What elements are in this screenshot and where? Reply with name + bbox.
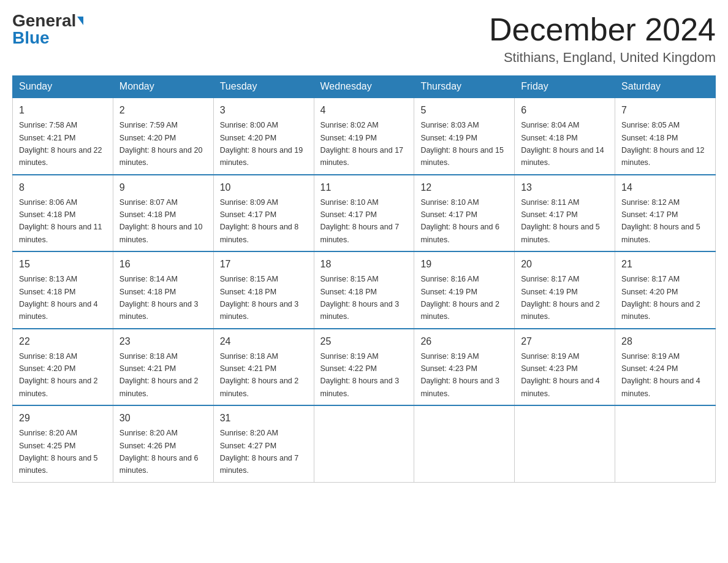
- day-number: 22: [19, 334, 107, 349]
- day-number: 26: [420, 334, 508, 349]
- col-tuesday: Tuesday: [213, 76, 314, 98]
- day-info: Sunrise: 8:16 AMSunset: 4:19 PMDaylight:…: [420, 275, 499, 321]
- day-info: Sunrise: 8:06 AMSunset: 4:18 PMDaylight:…: [19, 198, 102, 244]
- day-info: Sunrise: 8:19 AMSunset: 4:22 PMDaylight:…: [320, 352, 400, 398]
- calendar-week-row: 8 Sunrise: 8:06 AMSunset: 4:18 PMDayligh…: [13, 175, 716, 252]
- table-row: [515, 405, 615, 482]
- table-row: 15 Sunrise: 8:13 AMSunset: 4:18 PMDaylig…: [13, 251, 113, 329]
- col-sunday: Sunday: [13, 76, 113, 98]
- table-row: 9 Sunrise: 8:07 AMSunset: 4:18 PMDayligh…: [113, 175, 213, 252]
- table-row: 13 Sunrise: 8:11 AMSunset: 4:17 PMDaylig…: [515, 175, 615, 252]
- day-number: 3: [220, 103, 308, 118]
- table-row: 2 Sunrise: 7:59 AMSunset: 4:20 PMDayligh…: [113, 98, 213, 175]
- day-info: Sunrise: 8:09 AMSunset: 4:17 PMDaylight:…: [220, 198, 299, 244]
- day-number: 12: [420, 180, 508, 195]
- day-number: 17: [220, 257, 308, 272]
- day-info: Sunrise: 7:58 AMSunset: 4:21 PMDaylight:…: [19, 121, 102, 167]
- day-number: 25: [320, 334, 408, 349]
- day-info: Sunrise: 8:20 AMSunset: 4:26 PMDaylight:…: [119, 429, 199, 475]
- day-number: 30: [119, 411, 207, 426]
- day-info: Sunrise: 8:18 AMSunset: 4:21 PMDaylight:…: [220, 352, 299, 398]
- calendar-week-row: 15 Sunrise: 8:13 AMSunset: 4:18 PMDaylig…: [13, 251, 716, 329]
- day-info: Sunrise: 8:20 AMSunset: 4:25 PMDaylight:…: [19, 429, 98, 475]
- day-number: 10: [220, 180, 308, 195]
- table-row: 3 Sunrise: 8:00 AMSunset: 4:20 PMDayligh…: [213, 98, 314, 175]
- table-row: 17 Sunrise: 8:15 AMSunset: 4:18 PMDaylig…: [213, 251, 314, 329]
- day-number: 19: [420, 257, 508, 272]
- day-number: 7: [621, 103, 709, 118]
- location-title: Stithians, England, United Kingdom: [489, 50, 716, 66]
- table-row: 20 Sunrise: 8:17 AMSunset: 4:19 PMDaylig…: [515, 251, 615, 329]
- day-info: Sunrise: 8:11 AMSunset: 4:17 PMDaylight:…: [521, 198, 600, 244]
- title-section: December 2024 Stithians, England, United…: [489, 12, 716, 66]
- table-row: 29 Sunrise: 8:20 AMSunset: 4:25 PMDaylig…: [13, 405, 113, 482]
- day-number: 14: [621, 180, 709, 195]
- day-number: 24: [220, 334, 308, 349]
- table-row: 21 Sunrise: 8:17 AMSunset: 4:20 PMDaylig…: [615, 251, 716, 329]
- table-row: 1 Sunrise: 7:58 AMSunset: 4:21 PMDayligh…: [13, 98, 113, 175]
- col-thursday: Thursday: [414, 76, 515, 98]
- table-row: 24 Sunrise: 8:18 AMSunset: 4:21 PMDaylig…: [213, 329, 314, 406]
- day-info: Sunrise: 8:10 AMSunset: 4:17 PMDaylight:…: [320, 198, 400, 244]
- day-number: 29: [19, 411, 107, 426]
- table-row: 12 Sunrise: 8:10 AMSunset: 4:17 PMDaylig…: [414, 175, 515, 252]
- month-title: December 2024: [489, 12, 716, 47]
- day-number: 16: [119, 257, 207, 272]
- day-number: 21: [621, 257, 709, 272]
- table-row: 10 Sunrise: 8:09 AMSunset: 4:17 PMDaylig…: [213, 175, 314, 252]
- day-number: 8: [19, 180, 107, 195]
- day-info: Sunrise: 8:07 AMSunset: 4:18 PMDaylight:…: [119, 198, 203, 244]
- table-row: 19 Sunrise: 8:16 AMSunset: 4:19 PMDaylig…: [414, 251, 515, 329]
- table-row: 30 Sunrise: 8:20 AMSunset: 4:26 PMDaylig…: [113, 405, 213, 482]
- calendar-week-row: 1 Sunrise: 7:58 AMSunset: 4:21 PMDayligh…: [13, 98, 716, 175]
- day-info: Sunrise: 8:15 AMSunset: 4:18 PMDaylight:…: [220, 275, 299, 321]
- col-wednesday: Wednesday: [314, 76, 414, 98]
- calendar-week-row: 29 Sunrise: 8:20 AMSunset: 4:25 PMDaylig…: [13, 405, 716, 482]
- day-info: Sunrise: 7:59 AMSunset: 4:20 PMDaylight:…: [119, 121, 203, 167]
- day-number: 13: [521, 180, 609, 195]
- day-info: Sunrise: 8:18 AMSunset: 4:20 PMDaylight:…: [19, 352, 98, 398]
- logo-triangle-icon: [77, 17, 83, 25]
- table-row: 4 Sunrise: 8:02 AMSunset: 4:19 PMDayligh…: [314, 98, 414, 175]
- table-row: 26 Sunrise: 8:19 AMSunset: 4:23 PMDaylig…: [414, 329, 515, 406]
- col-friday: Friday: [515, 76, 615, 98]
- day-info: Sunrise: 8:13 AMSunset: 4:18 PMDaylight:…: [19, 275, 98, 321]
- table-row: 23 Sunrise: 8:18 AMSunset: 4:21 PMDaylig…: [113, 329, 213, 406]
- day-number: 5: [420, 103, 508, 118]
- day-info: Sunrise: 8:05 AMSunset: 4:18 PMDaylight:…: [621, 121, 705, 167]
- table-row: 22 Sunrise: 8:18 AMSunset: 4:20 PMDaylig…: [13, 329, 113, 406]
- day-info: Sunrise: 8:19 AMSunset: 4:23 PMDaylight:…: [420, 352, 499, 398]
- day-number: 27: [521, 334, 609, 349]
- day-info: Sunrise: 8:20 AMSunset: 4:27 PMDaylight:…: [220, 429, 299, 475]
- day-number: 9: [119, 180, 207, 195]
- calendar-table: Sunday Monday Tuesday Wednesday Thursday…: [12, 75, 716, 483]
- calendar-week-row: 22 Sunrise: 8:18 AMSunset: 4:20 PMDaylig…: [13, 329, 716, 406]
- day-info: Sunrise: 8:10 AMSunset: 4:17 PMDaylight:…: [420, 198, 499, 244]
- table-row: 16 Sunrise: 8:14 AMSunset: 4:18 PMDaylig…: [113, 251, 213, 329]
- calendar-header-row: Sunday Monday Tuesday Wednesday Thursday…: [13, 76, 716, 98]
- day-number: 28: [621, 334, 709, 349]
- table-row: 31 Sunrise: 8:20 AMSunset: 4:27 PMDaylig…: [213, 405, 314, 482]
- day-info: Sunrise: 8:15 AMSunset: 4:18 PMDaylight:…: [320, 275, 400, 321]
- day-info: Sunrise: 8:04 AMSunset: 4:18 PMDaylight:…: [521, 121, 604, 167]
- table-row: 28 Sunrise: 8:19 AMSunset: 4:24 PMDaylig…: [615, 329, 716, 406]
- col-monday: Monday: [113, 76, 213, 98]
- table-row: 25 Sunrise: 8:19 AMSunset: 4:22 PMDaylig…: [314, 329, 414, 406]
- table-row: 5 Sunrise: 8:03 AMSunset: 4:19 PMDayligh…: [414, 98, 515, 175]
- day-number: 31: [220, 411, 308, 426]
- day-info: Sunrise: 8:03 AMSunset: 4:19 PMDaylight:…: [420, 121, 504, 167]
- table-row: 8 Sunrise: 8:06 AMSunset: 4:18 PMDayligh…: [13, 175, 113, 252]
- day-info: Sunrise: 8:19 AMSunset: 4:24 PMDaylight:…: [621, 352, 700, 398]
- day-number: 15: [19, 257, 107, 272]
- logo-general: General: [12, 12, 76, 29]
- logo-blue: Blue: [12, 29, 50, 47]
- day-info: Sunrise: 8:17 AMSunset: 4:19 PMDaylight:…: [521, 275, 600, 321]
- day-number: 20: [521, 257, 609, 272]
- table-row: 7 Sunrise: 8:05 AMSunset: 4:18 PMDayligh…: [615, 98, 716, 175]
- day-info: Sunrise: 8:02 AMSunset: 4:19 PMDaylight:…: [320, 121, 404, 167]
- day-info: Sunrise: 8:17 AMSunset: 4:20 PMDaylight:…: [621, 275, 700, 321]
- table-row: [615, 405, 716, 482]
- day-info: Sunrise: 8:18 AMSunset: 4:21 PMDaylight:…: [119, 352, 199, 398]
- col-saturday: Saturday: [615, 76, 716, 98]
- day-number: 6: [521, 103, 609, 118]
